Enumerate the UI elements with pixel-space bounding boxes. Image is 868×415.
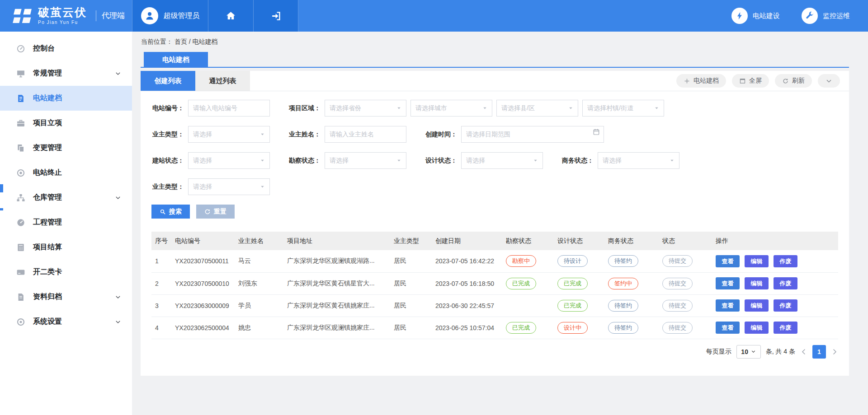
- sidebar-item-label: 仓库管理: [33, 193, 115, 202]
- collapse-button[interactable]: [818, 74, 840, 88]
- page-number-1[interactable]: 1: [812, 345, 826, 359]
- tab-passed-list[interactable]: 通过列表: [195, 71, 250, 91]
- sidebar-item-second-class-card[interactable]: 开二类卡: [0, 260, 132, 284]
- placeholder-text: 请选择: [193, 157, 257, 165]
- calculator-icon: [16, 243, 25, 252]
- edit-button[interactable]: 编辑: [745, 277, 769, 289]
- placeholder-text: 请选择日期范围: [466, 131, 599, 139]
- refresh-button[interactable]: 刷新: [775, 74, 812, 88]
- sidebar: 控制台常规管理电站建档项目立项变更管理电站终止仓库管理工程管理项目结算开二类卡资…: [0, 32, 132, 415]
- edit-button[interactable]: 编辑: [745, 255, 769, 267]
- sidebar-item-project-settlement[interactable]: 项目结算: [0, 235, 132, 260]
- sidebar-item-label: 系统设置: [33, 317, 115, 326]
- placeholder-text: 请选择: [466, 157, 530, 165]
- project-address: 广东深圳龙华区黄石镇星官大...: [283, 272, 390, 294]
- void-button[interactable]: 作废: [774, 277, 797, 289]
- view-button[interactable]: 查看: [716, 322, 740, 334]
- panel: 创建列表 通过列表 电站建档 全屏 刷新 电站编: [141, 71, 849, 376]
- caret-down-icon: [654, 106, 659, 111]
- chevron-down-icon: [115, 319, 121, 325]
- province-select[interactable]: 请选择省份: [325, 100, 406, 117]
- topnav-station-construction[interactable]: 电站建设: [731, 8, 780, 24]
- survey-status-select[interactable]: 请选择: [325, 152, 406, 169]
- owner-name-input[interactable]: 请输入业主姓名: [325, 126, 406, 143]
- next-page-button[interactable]: [831, 348, 838, 355]
- owner-type: 居民: [390, 294, 432, 317]
- sidebar-item-change-management[interactable]: 变更管理: [0, 135, 132, 160]
- search-button[interactable]: 搜索: [151, 205, 190, 219]
- province-select-field: 项目区域：请选择省份: [288, 100, 406, 117]
- placeholder-text: 请选择县/区: [501, 104, 566, 112]
- station-code-input[interactable]: 请输入电站编号: [188, 100, 270, 117]
- sidebar-item-project-initiation[interactable]: 项目立项: [0, 111, 132, 135]
- breadcrumb-path[interactable]: 首页 / 电站建档: [175, 38, 218, 45]
- status-badge: 待签约: [608, 300, 638, 312]
- logout-button[interactable]: [253, 0, 298, 32]
- owner-type-select-field: 业主类型：请选择: [151, 126, 270, 143]
- placeholder-text: 请选择: [603, 157, 667, 165]
- void-button[interactable]: 作废: [774, 299, 797, 312]
- created-date: 2023-06-25 10:57:04: [432, 317, 502, 339]
- edit-button[interactable]: 编辑: [745, 299, 769, 312]
- per-page-select[interactable]: 10: [736, 345, 761, 359]
- sidebar-item-label: 电站建档: [33, 93, 121, 103]
- build-status-select[interactable]: 请选择: [188, 152, 270, 169]
- chevron-down-icon: [751, 349, 756, 354]
- topnav-monitoring-ops[interactable]: 监控运维: [802, 8, 850, 24]
- survey-status-cell: 已完成: [502, 272, 554, 294]
- owner-type: 居民: [390, 317, 432, 339]
- search-row: 搜索 重置: [141, 205, 849, 219]
- column-header: 业主类型: [390, 232, 432, 250]
- build-status-select-field: 建站状态：请选择: [151, 152, 270, 169]
- sidebar-item-station-termination[interactable]: 电站终止: [0, 160, 132, 185]
- placeholder-text: 请选择: [330, 157, 394, 165]
- row-index: 3: [151, 294, 171, 317]
- owner-type-select[interactable]: 请选择: [188, 126, 270, 143]
- main-content: 当前位置： 首页 / 电站建档 电站建档 创建列表 通过列表 电站建档 全屏 刷…: [132, 32, 868, 415]
- design-status-select[interactable]: 请选择: [461, 152, 543, 169]
- sidebar-item-data-archive[interactable]: 资料归档: [0, 284, 132, 309]
- created-date: 2023-07-05 16:42:22: [432, 250, 502, 272]
- business-status-select-field: 商务状态：请选择: [561, 152, 679, 169]
- prev-page-button[interactable]: [800, 348, 807, 355]
- create-station-button[interactable]: 电站建档: [676, 74, 726, 88]
- username: 超级管理员: [164, 11, 200, 21]
- placeholder-text: 请选择省份: [330, 104, 394, 112]
- view-button[interactable]: 查看: [716, 255, 740, 267]
- project-address: 广东深圳龙华区黄石镇姚家庄...: [283, 294, 390, 317]
- business-status-cell: 待签约: [604, 294, 659, 317]
- sidebar-item-station-archive[interactable]: 电站建档: [0, 86, 132, 111]
- created-date: 2023-06-30 22:45:57: [432, 294, 502, 317]
- business-status-select[interactable]: 请选择: [598, 152, 679, 169]
- sidebar-item-console[interactable]: 控制台: [0, 36, 132, 61]
- sidebar-item-engineering-management[interactable]: 工程管理: [0, 210, 132, 235]
- toolbar: 电站建档 全屏 刷新: [676, 74, 840, 88]
- reset-button[interactable]: 重置: [196, 205, 235, 219]
- city-select[interactable]: 请选择城市: [410, 100, 492, 117]
- village-select[interactable]: 请选择村镇/街道: [582, 100, 664, 117]
- per-page-label: 每页显示: [706, 348, 731, 356]
- page-tab-station-archive[interactable]: 电站建档: [144, 52, 208, 67]
- topbar-nav: 电站建设监控运维: [731, 0, 868, 32]
- edit-button[interactable]: 编辑: [745, 322, 769, 334]
- sidebar-item-general-management[interactable]: 常规管理: [0, 61, 132, 86]
- caret-down-icon: [533, 158, 538, 163]
- home-button[interactable]: [208, 0, 253, 32]
- create-time-range[interactable]: 请选择日期范围: [461, 126, 604, 143]
- owner-type-select-2[interactable]: 请选择: [188, 178, 270, 195]
- actions-cell: 查看编辑作废: [712, 317, 838, 339]
- view-button[interactable]: 查看: [716, 299, 740, 312]
- stations-table: 序号电站编号业主姓名项目地址业主类型创建日期勘察状态设计状态商务状态状态操作1Y…: [151, 232, 838, 339]
- sidebar-scrollbar-thumb[interactable]: [0, 184, 3, 192]
- void-button[interactable]: 作废: [774, 322, 797, 334]
- county-select[interactable]: 请选择县/区: [496, 100, 578, 117]
- sidebar-item-system-settings[interactable]: 系统设置: [0, 309, 132, 334]
- fullscreen-button[interactable]: 全屏: [732, 74, 769, 88]
- logout-icon: [270, 10, 282, 22]
- tab-create-list[interactable]: 创建列表: [141, 71, 195, 91]
- view-button[interactable]: 查看: [716, 277, 740, 289]
- sidebar-item-warehouse-management[interactable]: 仓库管理: [0, 185, 132, 210]
- void-button[interactable]: 作废: [774, 255, 797, 267]
- user-menu[interactable]: 超级管理员: [132, 0, 208, 32]
- sidebar-item-label: 电站终止: [33, 168, 121, 177]
